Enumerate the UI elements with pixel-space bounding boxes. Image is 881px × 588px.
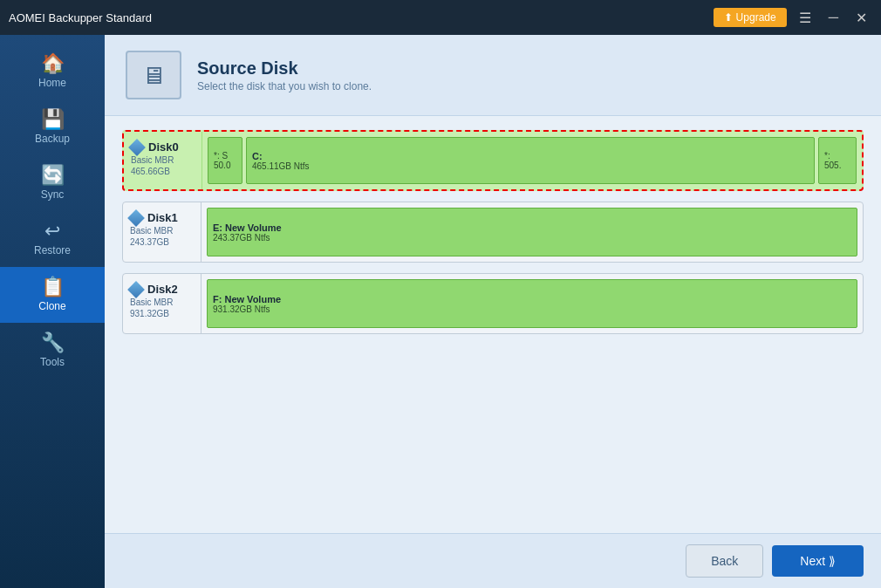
disk0-type: Basic MBR: [131, 155, 195, 165]
disk0-p3-size: 505.: [824, 161, 850, 170]
sidebar-label-backup: Backup: [35, 133, 70, 145]
disk0-name: Disk0: [148, 140, 179, 154]
disk2-type: Basic MBR: [130, 297, 194, 307]
sidebar-item-restore[interactable]: ↩ Restore: [0, 211, 105, 267]
disk-item-disk2[interactable]: Disk2 Basic MBR 931.32GB F: New Volume 9…: [122, 273, 864, 334]
disk2-partitions: F: New Volume 931.32GB Ntfs: [201, 274, 863, 333]
disk0-diamond-icon: [128, 139, 146, 156]
menu-button[interactable]: ☰: [794, 8, 816, 28]
disk1-partition-full: E: New Volume 243.37GB Ntfs: [207, 208, 857, 256]
sidebar-label-home: Home: [38, 77, 66, 89]
disk1-type: Basic MBR: [130, 226, 194, 236]
disk0-partition-system: *: S 50.0: [208, 137, 242, 184]
main-layout: 🏠 Home 💾 Backup 🔄 Sync ↩ Restore 📋 Clone…: [0, 35, 881, 588]
disk1-name: Disk1: [147, 211, 178, 224]
disk1-info: Disk1 Basic MBR 243.37GB: [123, 202, 201, 262]
upgrade-button[interactable]: ⬆ Upgrade: [714, 8, 786, 27]
disk1-partitions: E: New Volume 243.37GB Ntfs: [201, 202, 863, 262]
next-button[interactable]: Next ⟫: [772, 545, 864, 577]
sidebar-label-tools: Tools: [40, 356, 65, 368]
sidebar-item-home[interactable]: 🏠 Home: [0, 44, 105, 99]
disk0-p1-top: *: S: [214, 151, 236, 161]
disk1-size: 243.37GB: [130, 237, 194, 247]
disk-item-disk0[interactable]: Disk0 Basic MBR 465.66GB *: S 50.0 C: 46…: [122, 130, 864, 191]
title-bar-controls: ⬆ Upgrade ☰ ─ ✕: [714, 8, 872, 28]
page-header-text: Source Disk Select the disk that you wis…: [197, 58, 372, 92]
sidebar-item-backup[interactable]: 💾 Backup: [0, 99, 105, 155]
disk-list: Disk0 Basic MBR 465.66GB *: S 50.0 C: 46…: [105, 116, 881, 533]
disk0-size: 465.66GB: [131, 167, 195, 176]
minimize-button[interactable]: ─: [823, 8, 843, 27]
sync-icon: 🔄: [41, 166, 65, 185]
tools-icon: 🔧: [41, 333, 65, 352]
disk0-p2-label: C:: [252, 151, 809, 161]
disk2-p1-size: 931.32GB Ntfs: [213, 304, 851, 314]
disk0-info: Disk0 Basic MBR 465.66GB: [124, 132, 202, 189]
sidebar-label-clone: Clone: [38, 300, 65, 312]
disk0-partition-main: C: 465.11GB Ntfs: [246, 137, 815, 184]
sidebar-item-tools[interactable]: 🔧 Tools: [0, 323, 105, 379]
disk2-partition-full: F: New Volume 931.32GB Ntfs: [207, 279, 857, 328]
disk0-partitions: *: S 50.0 C: 465.11GB Ntfs *: 505.: [202, 132, 862, 189]
disk2-info: Disk2 Basic MBR 931.32GB: [123, 274, 201, 333]
sidebar-item-clone[interactable]: 📋 Clone: [0, 267, 105, 323]
disk1-p1-label: E: New Volume: [213, 222, 851, 233]
app-title: AOMEI Backupper Standard: [9, 11, 714, 24]
disk0-partition-small: *: 505.: [818, 137, 857, 184]
disk0-p3-top: *:: [824, 151, 850, 161]
disk2-p1-label: F: New Volume: [213, 294, 851, 304]
disk2-diamond-icon: [127, 281, 145, 298]
home-icon: 🏠: [41, 54, 65, 73]
page-icon-box: 🖥: [126, 51, 181, 99]
page-title: Source Disk: [197, 58, 372, 79]
page-header: 🖥 Source Disk Select the disk that you w…: [105, 35, 881, 116]
content-area: 🖥 Source Disk Select the disk that you w…: [105, 35, 881, 588]
sidebar-item-sync[interactable]: 🔄 Sync: [0, 155, 105, 211]
monitor-icon: 🖥: [141, 61, 166, 90]
back-button[interactable]: Back: [686, 544, 763, 578]
restore-icon: ↩: [44, 222, 60, 241]
clone-icon: 📋: [41, 277, 65, 297]
disk0-p2-size: 465.11GB Ntfs: [252, 161, 809, 171]
disk2-name: Disk2: [147, 283, 178, 296]
disk2-name-row: Disk2: [130, 283, 194, 296]
sidebar: 🏠 Home 💾 Backup 🔄 Sync ↩ Restore 📋 Clone…: [0, 35, 105, 588]
title-bar: AOMEI Backupper Standard ⬆ Upgrade ☰ ─ ✕: [0, 0, 881, 35]
backup-icon: 💾: [41, 110, 65, 129]
footer: Back Next ⟫: [105, 533, 881, 588]
sidebar-label-restore: Restore: [34, 244, 71, 256]
disk0-p1-size: 50.0: [214, 161, 236, 170]
close-button[interactable]: ✕: [850, 8, 872, 28]
disk1-name-row: Disk1: [130, 211, 194, 224]
disk-item-disk1[interactable]: Disk1 Basic MBR 243.37GB E: New Volume 2…: [122, 202, 864, 263]
page-subtitle: Select the disk that you wish to clone.: [197, 80, 372, 92]
disk1-p1-size: 243.37GB Ntfs: [213, 233, 851, 243]
disk2-size: 931.32GB: [130, 309, 194, 318]
sidebar-label-sync: Sync: [41, 188, 65, 201]
disk0-name-row: Disk0: [131, 140, 195, 154]
disk1-diamond-icon: [127, 209, 145, 227]
